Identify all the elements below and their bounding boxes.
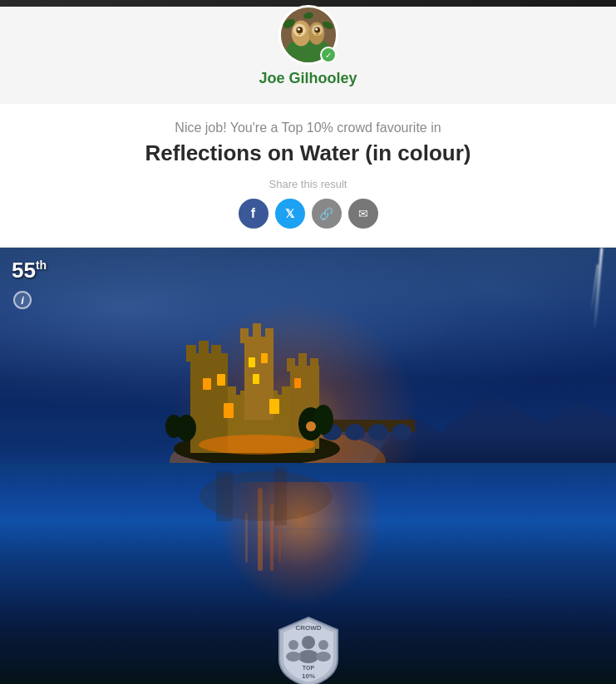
svg-rect-37 xyxy=(253,323,261,338)
svg-text:CROWD: CROWD xyxy=(295,624,321,632)
copy-link-button[interactable]: 🔗 xyxy=(312,199,342,229)
crowd-badge: CROWD TOP 10% xyxy=(271,613,346,684)
svg-rect-46 xyxy=(261,353,268,363)
svg-point-75 xyxy=(302,636,315,649)
email-share-button[interactable]: ✉ xyxy=(348,199,378,229)
svg-point-55 xyxy=(165,415,182,438)
svg-rect-44 xyxy=(217,374,225,386)
share-label: Share this result xyxy=(33,178,583,190)
svg-rect-38 xyxy=(265,328,274,343)
rank-suffix: th xyxy=(36,258,47,272)
profile-section: ✓ Joe Gilhooley xyxy=(0,7,616,104)
nice-job-text: Nice job! You're a Top 10% crowd favouri… xyxy=(33,121,583,135)
svg-text:TOP: TOP xyxy=(302,665,314,671)
svg-point-18 xyxy=(345,424,365,440)
svg-rect-33 xyxy=(199,341,209,357)
photo-container: 55th i CROWD TOP xyxy=(0,248,616,684)
svg-point-19 xyxy=(368,424,388,440)
svg-rect-42 xyxy=(310,358,318,372)
svg-point-51 xyxy=(199,435,315,455)
green-badge-icon: ✓ xyxy=(320,47,337,63)
castle-image xyxy=(149,312,415,481)
twitter-share-button[interactable]: 𝕏 xyxy=(275,199,305,229)
info-icon[interactable]: i xyxy=(13,291,32,309)
svg-point-80 xyxy=(316,652,331,662)
svg-rect-34 xyxy=(211,345,221,362)
svg-point-20 xyxy=(392,424,411,440)
svg-text:10%: 10% xyxy=(301,672,314,680)
twitter-icon: 𝕏 xyxy=(285,207,294,220)
svg-rect-32 xyxy=(186,345,196,362)
svg-rect-49 xyxy=(224,403,234,418)
svg-rect-45 xyxy=(249,357,255,367)
svg-point-79 xyxy=(318,640,328,650)
svg-rect-59 xyxy=(245,513,248,563)
svg-rect-67 xyxy=(274,467,287,525)
svg-rect-40 xyxy=(287,358,295,372)
svg-rect-50 xyxy=(269,399,279,414)
username: Joe Gilhooley xyxy=(259,70,357,87)
result-section: Nice job! You're a Top 10% crowd favouri… xyxy=(0,104,616,248)
email-icon: ✉ xyxy=(358,207,368,220)
svg-point-9 xyxy=(315,28,318,31)
share-buttons: f 𝕏 🔗 ✉ xyxy=(33,199,583,229)
avatar-wrapper: ✓ xyxy=(278,5,338,65)
svg-point-76 xyxy=(298,650,318,663)
svg-point-78 xyxy=(286,652,301,662)
svg-point-77 xyxy=(288,640,298,650)
svg-point-53 xyxy=(313,405,333,435)
svg-rect-41 xyxy=(298,353,307,367)
link-icon: 🔗 xyxy=(319,207,333,220)
svg-rect-60 xyxy=(278,521,281,563)
svg-rect-47 xyxy=(294,378,301,388)
svg-rect-43 xyxy=(203,378,211,390)
svg-point-8 xyxy=(297,28,299,31)
svg-rect-36 xyxy=(240,328,249,343)
rank-badge: 55th xyxy=(12,259,47,281)
rank-number: 55 xyxy=(12,258,36,283)
facebook-icon: f xyxy=(251,206,255,221)
svg-rect-48 xyxy=(253,374,259,384)
info-letter: i xyxy=(21,294,24,307)
svg-rect-66 xyxy=(216,471,233,521)
category-title: Reflections on Water (in colour) xyxy=(33,140,583,166)
facebook-share-button[interactable]: f xyxy=(239,199,269,229)
crowd-badge-wrapper: CROWD TOP 10% xyxy=(271,613,346,684)
svg-point-56 xyxy=(306,421,316,431)
